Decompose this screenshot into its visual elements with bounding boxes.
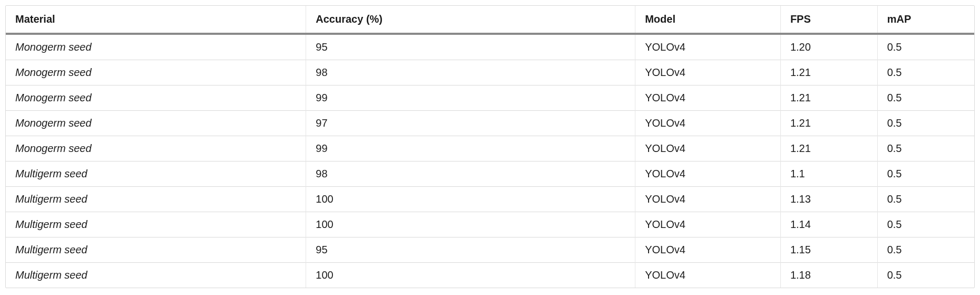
cell-model: YOLOv4 bbox=[635, 237, 781, 263]
cell-model: YOLOv4 bbox=[635, 136, 781, 161]
cell-fps: 1.20 bbox=[780, 34, 877, 60]
cell-material: Multigerm seed bbox=[6, 187, 306, 212]
table-row: Multigerm seed100YOLOv41.180.5 bbox=[6, 263, 974, 288]
cell-fps: 1.14 bbox=[780, 212, 877, 237]
cell-material: Multigerm seed bbox=[6, 212, 306, 237]
cell-map: 0.5 bbox=[877, 212, 974, 237]
cell-fps: 1.18 bbox=[780, 263, 877, 288]
col-header-model: Model bbox=[635, 6, 781, 34]
cell-model: YOLOv4 bbox=[635, 85, 781, 111]
cell-material: Monogerm seed bbox=[6, 85, 306, 111]
col-header-fps: FPS bbox=[780, 6, 877, 34]
cell-material: Multigerm seed bbox=[6, 263, 306, 288]
results-table: Material Accuracy (%) Model FPS mAP Mono… bbox=[6, 6, 974, 288]
table-row: Multigerm seed100YOLOv41.130.5 bbox=[6, 187, 974, 212]
cell-map: 0.5 bbox=[877, 237, 974, 263]
cell-accuracy: 99 bbox=[306, 85, 635, 111]
col-header-material: Material bbox=[6, 6, 306, 34]
cell-map: 0.5 bbox=[877, 85, 974, 111]
table-row: Multigerm seed98YOLOv41.10.5 bbox=[6, 161, 974, 187]
table-row: Monogerm seed99YOLOv41.210.5 bbox=[6, 85, 974, 111]
cell-model: YOLOv4 bbox=[635, 34, 781, 60]
cell-map: 0.5 bbox=[877, 60, 974, 85]
cell-accuracy: 95 bbox=[306, 34, 635, 60]
table-row: Monogerm seed95YOLOv41.200.5 bbox=[6, 34, 974, 60]
cell-accuracy: 100 bbox=[306, 263, 635, 288]
cell-material: Monogerm seed bbox=[6, 111, 306, 136]
cell-model: YOLOv4 bbox=[635, 187, 781, 212]
col-header-accuracy: Accuracy (%) bbox=[306, 6, 635, 34]
cell-model: YOLOv4 bbox=[635, 263, 781, 288]
cell-model: YOLOv4 bbox=[635, 60, 781, 85]
cell-fps: 1.21 bbox=[780, 60, 877, 85]
cell-fps: 1.21 bbox=[780, 85, 877, 111]
table-row: Multigerm seed100YOLOv41.140.5 bbox=[6, 212, 974, 237]
table-row: Monogerm seed97YOLOv41.210.5 bbox=[6, 111, 974, 136]
cell-model: YOLOv4 bbox=[635, 111, 781, 136]
cell-material: Monogerm seed bbox=[6, 60, 306, 85]
cell-material: Multigerm seed bbox=[6, 161, 306, 187]
cell-accuracy: 98 bbox=[306, 161, 635, 187]
cell-accuracy: 98 bbox=[306, 60, 635, 85]
col-header-map: mAP bbox=[877, 6, 974, 34]
table-header-row: Material Accuracy (%) Model FPS mAP bbox=[6, 6, 974, 34]
cell-fps: 1.13 bbox=[780, 187, 877, 212]
cell-map: 0.5 bbox=[877, 161, 974, 187]
cell-map: 0.5 bbox=[877, 111, 974, 136]
table-row: Multigerm seed95YOLOv41.150.5 bbox=[6, 237, 974, 263]
cell-accuracy: 99 bbox=[306, 136, 635, 161]
cell-map: 0.5 bbox=[877, 187, 974, 212]
cell-accuracy: 95 bbox=[306, 237, 635, 263]
cell-material: Multigerm seed bbox=[6, 237, 306, 263]
cell-fps: 1.1 bbox=[780, 161, 877, 187]
cell-map: 0.5 bbox=[877, 34, 974, 60]
cell-accuracy: 100 bbox=[306, 212, 635, 237]
cell-accuracy: 100 bbox=[306, 187, 635, 212]
cell-fps: 1.21 bbox=[780, 136, 877, 161]
table-row: Monogerm seed98YOLOv41.210.5 bbox=[6, 60, 974, 85]
cell-material: Monogerm seed bbox=[6, 136, 306, 161]
cell-map: 0.5 bbox=[877, 263, 974, 288]
table-row: Monogerm seed99YOLOv41.210.5 bbox=[6, 136, 974, 161]
results-table-container: Material Accuracy (%) Model FPS mAP Mono… bbox=[5, 5, 975, 288]
cell-fps: 1.15 bbox=[780, 237, 877, 263]
cell-accuracy: 97 bbox=[306, 111, 635, 136]
cell-fps: 1.21 bbox=[780, 111, 877, 136]
cell-map: 0.5 bbox=[877, 136, 974, 161]
cell-material: Monogerm seed bbox=[6, 34, 306, 60]
cell-model: YOLOv4 bbox=[635, 161, 781, 187]
cell-model: YOLOv4 bbox=[635, 212, 781, 237]
